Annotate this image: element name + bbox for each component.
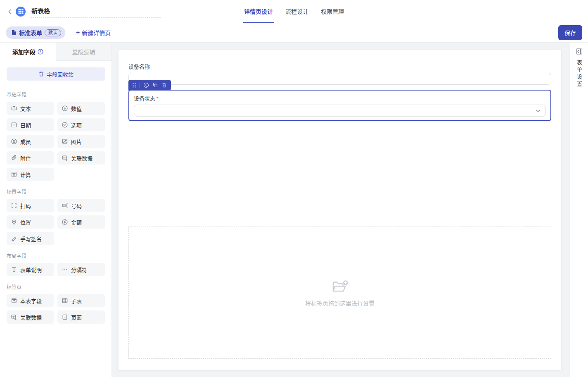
- drag-handle-icon[interactable]: [132, 82, 136, 88]
- field-chip-subtable[interactable]: 子表: [57, 294, 105, 307]
- relation-icon: [62, 155, 68, 161]
- field-chip-label: 选项: [71, 121, 82, 129]
- save-button[interactable]: 保存: [558, 25, 582, 40]
- svg-text:1: 1: [13, 124, 15, 126]
- new-detail-page-button[interactable]: + 新建详情页: [76, 29, 111, 37]
- page-icon: [62, 314, 68, 320]
- device-status-label: 设备状态: [134, 95, 155, 102]
- form-card: 设备名称 设备状态*: [119, 50, 561, 370]
- form-settings-toggle[interactable]: 表单设置: [575, 60, 583, 88]
- field-chip-label: 分隔符: [71, 266, 87, 274]
- field-chip-label: 号码: [71, 202, 82, 210]
- field-chip-label: 关联数据: [71, 154, 92, 162]
- scan-icon: [11, 202, 17, 209]
- dropzone-hint: 将标签页拖到这里进行设置: [305, 299, 375, 307]
- field-chip-label: 手写签名: [20, 235, 42, 243]
- device-name-input[interactable]: [128, 73, 551, 85]
- standard-form-pill[interactable]: 标准表单 默认: [6, 26, 65, 39]
- relation-icon: [11, 314, 17, 320]
- field-chip-label: 表单说明: [20, 266, 42, 274]
- field-chip-label: 金额: [71, 218, 82, 226]
- field-chip-location[interactable]: 位置: [7, 215, 54, 229]
- tab-page-dropzone[interactable]: 将标签页拖到这里进行设置: [128, 227, 551, 359]
- image-icon: [62, 138, 68, 145]
- field-chip-image[interactable]: 图片: [57, 135, 105, 148]
- add-fields-label: 添加字段: [12, 48, 36, 56]
- attachment-icon: [11, 155, 17, 161]
- field-chip-divider[interactable]: 分隔符: [57, 263, 105, 276]
- field-chip-grid: 扫码123号码位置金额手写签名: [0, 199, 111, 248]
- sidebar-tab-add-fields[interactable]: 添加字段: [0, 43, 56, 61]
- field-chip-label: 附件: [20, 154, 31, 162]
- this-table-icon: [11, 297, 17, 304]
- field-chip-scan[interactable]: 扫码: [7, 199, 54, 212]
- standard-form-label: 标准表单: [19, 29, 42, 37]
- phone-icon: 123: [62, 202, 68, 209]
- field-chip-date[interactable]: 1日期: [7, 118, 54, 131]
- field-chip-grid: 本表字段子表关联数据页面: [0, 294, 111, 327]
- option-icon: [62, 122, 68, 128]
- field-recycle-bin-button[interactable]: 字段回收站: [7, 67, 105, 81]
- field-chip-label: 页面: [71, 313, 82, 321]
- field-chip-label: 计算: [20, 171, 31, 179]
- app-header: 新表格 详情页设计 流程设计 权限管理: [0, 0, 588, 23]
- divider-icon: [62, 266, 68, 273]
- field-chip-label: 子表: [71, 297, 82, 305]
- tab-permission-management[interactable]: 权限管理: [320, 0, 345, 23]
- field-chip-member[interactable]: 成员: [7, 135, 54, 148]
- tab-detail-page-design[interactable]: 详情页设计: [243, 0, 274, 23]
- palette-icon[interactable]: [143, 82, 149, 88]
- form-field-device-name[interactable]: 设备名称: [128, 62, 551, 85]
- expand-panel-icon[interactable]: [576, 48, 583, 55]
- field-chip-label: 数值: [71, 105, 82, 112]
- field-chip-number[interactable]: 9数值: [57, 102, 105, 115]
- document-icon: [11, 30, 17, 36]
- delete-icon[interactable]: [161, 82, 167, 88]
- field-chip-option[interactable]: 选项: [57, 118, 105, 131]
- field-chip-relation[interactable]: 关联数据: [7, 310, 54, 324]
- required-mark: *: [156, 95, 159, 102]
- new-detail-page-label: 新建详情页: [82, 29, 111, 37]
- field-chip-relation[interactable]: 关联数据: [57, 151, 105, 165]
- field-chip-label: 图片: [71, 138, 82, 146]
- help-icon[interactable]: [38, 49, 43, 55]
- table-app-icon: [16, 7, 26, 17]
- form-canvas: 设备名称 设备状态*: [112, 43, 570, 377]
- field-chip-label: 扫码: [20, 202, 31, 210]
- field-label: 设备状态*: [134, 94, 546, 102]
- svg-text:123: 123: [63, 205, 66, 207]
- subtable-icon: [62, 297, 68, 304]
- field-chip-text[interactable]: 文本: [7, 102, 54, 115]
- field-chip-grid: 表单说明分隔符: [0, 263, 111, 279]
- plus-icon: +: [76, 29, 80, 36]
- field-chip-label: 日期: [20, 121, 31, 129]
- field-chip-this-table[interactable]: 本表字段: [7, 294, 54, 307]
- page-title[interactable]: 新表格: [31, 5, 161, 18]
- right-settings-strip: 表单设置: [570, 43, 588, 377]
- field-chip-attachment[interactable]: 附件: [7, 151, 54, 165]
- field-chip-label: 本表字段: [20, 297, 42, 305]
- device-status-select[interactable]: [134, 105, 546, 117]
- field-chip-calculation[interactable]: 计算: [7, 168, 54, 181]
- copy-icon[interactable]: [152, 82, 158, 88]
- money-icon: [62, 219, 68, 225]
- section-title: 标签页: [0, 279, 111, 294]
- chevron-left-icon: [7, 9, 12, 14]
- number-icon: 9: [62, 105, 68, 112]
- field-chip-phone[interactable]: 123号码: [57, 199, 105, 212]
- field-chip-signature[interactable]: 手写签名: [7, 232, 54, 245]
- field-chip-page[interactable]: 页面: [57, 310, 105, 324]
- field-chip-label: 文本: [20, 105, 31, 112]
- field-chip-money[interactable]: 金额: [57, 215, 105, 229]
- tab-flow-design[interactable]: 流程设计: [285, 0, 309, 23]
- toolbar-divider: [140, 83, 140, 88]
- svg-text:9: 9: [64, 107, 66, 110]
- field-chip-form-text[interactable]: 表单说明: [7, 263, 54, 276]
- back-button[interactable]: [6, 7, 14, 16]
- folder-plus-icon: [330, 278, 349, 294]
- field-sections: 基础字段文本9数值1日期选项成员图片附件关联数据计算场景字段扫码123号码位置金…: [0, 87, 111, 327]
- field-chip-grid: 文本9数值1日期选项成员图片附件关联数据计算: [0, 102, 111, 184]
- form-field-device-status[interactable]: 设备状态*: [128, 90, 551, 121]
- sidebar-tab-visibility-logic[interactable]: 显隐逻辑: [56, 43, 112, 61]
- trash-icon: [38, 71, 44, 77]
